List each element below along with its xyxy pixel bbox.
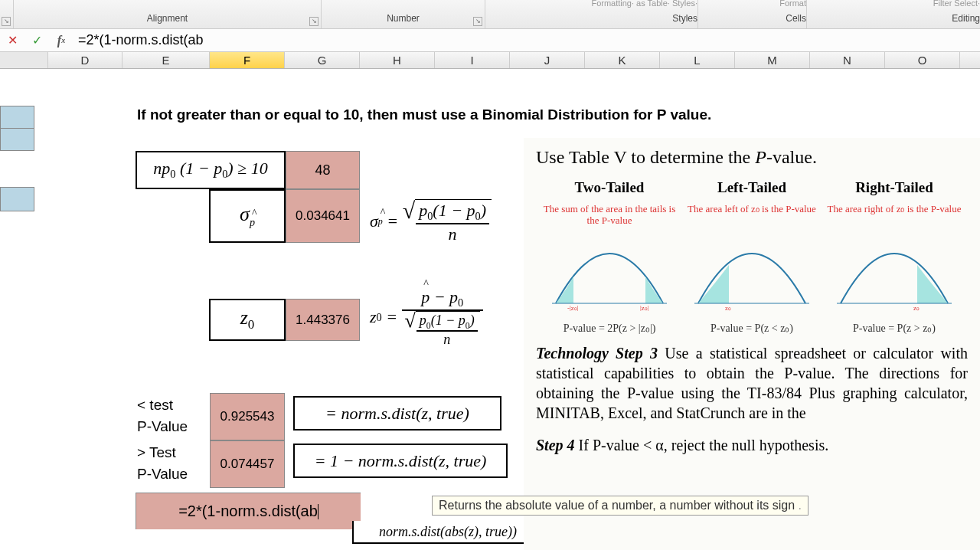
- col-header-O[interactable]: O: [885, 52, 960, 68]
- ribbon-group-font-edge: ↘: [0, 0, 14, 28]
- cancel-icon[interactable]: ✕: [3, 31, 21, 50]
- col-header-D[interactable]: D: [48, 52, 122, 68]
- tech-step3-text: Technology Step 3 Use a statistical spre…: [536, 343, 968, 423]
- svg-text:-|z₀|: -|z₀|: [567, 304, 579, 311]
- dist-desc: The sum of the area in the tails is the …: [541, 204, 678, 228]
- editing-cell-text: =2*(1-norm.s.dist(ab: [178, 503, 318, 520]
- normal-curve-two-tailed: -|z₀||z₀|: [552, 234, 667, 311]
- dist-head-left: Left-Tailed: [683, 178, 821, 198]
- ribbon-sublabel: Formatting· as Table· Styles·: [591, 0, 697, 8]
- np-value-cell[interactable]: 48: [286, 151, 360, 189]
- sigma-value-cell[interactable]: 0.034641: [286, 189, 360, 243]
- column-headers: D E F G H I J K L M N O: [0, 52, 980, 69]
- gt-label1: > Test: [137, 444, 176, 461]
- sigma-formula: σp = √ p0(1 − p0)n: [370, 199, 492, 244]
- dialog-launcher-icon[interactable]: ↘: [473, 17, 482, 26]
- col-header-L[interactable]: L: [660, 52, 735, 68]
- ribbon-group-number[interactable]: Number↘: [322, 0, 485, 28]
- dist-descs: The sum of the area in the tails is the …: [536, 201, 968, 231]
- ribbon-groups: ↘ Alignment↘ Number↘ Formatting· as Tabl…: [0, 0, 980, 29]
- dist-headers: Two-Tailed Left-Tailed Right-Tailed: [536, 178, 968, 198]
- col-header-F[interactable]: F: [210, 52, 285, 68]
- spreadsheet-grid[interactable]: If not greater than or equal to 10, then…: [0, 69, 980, 550]
- p-caption: P-value = P(z > z₀): [825, 322, 963, 336]
- overlay-title: Use Table V to determine the P-value.: [536, 146, 968, 169]
- z0-label-box: z0: [209, 299, 286, 341]
- p-caption: P-value = P(z < z₀): [683, 322, 821, 336]
- ribbon-group-cells[interactable]: FormatCells: [698, 0, 807, 28]
- gt-formula-box: = 1 − norm.s.dist(z, true): [293, 444, 508, 478]
- ribbon-group-alignment[interactable]: Alignment↘: [14, 0, 322, 28]
- formula-input[interactable]: [74, 31, 980, 51]
- ribbon-group-editing[interactable]: Filter Select·Editing: [807, 0, 980, 28]
- col-header-G[interactable]: G: [285, 52, 360, 68]
- lt-label2: P-Value: [137, 418, 188, 435]
- dist-desc: The area left of z₀ is the P-value: [683, 204, 821, 228]
- dialog-launcher-icon[interactable]: ↘: [2, 17, 11, 26]
- cell[interactable]: [0, 128, 34, 151]
- np-formula-box: np0 (1 − p0) ≥ 10: [136, 151, 286, 189]
- ribbon-sublabel: Format: [779, 0, 806, 8]
- svg-text:z₀: z₀: [913, 304, 920, 311]
- step4-text: Step 4 If P-value < α, reject the null h…: [536, 435, 968, 455]
- two-tail-formula-partial: norm.s.dist(abs(z), true)): [352, 521, 544, 544]
- normal-curve-right-tailed: z₀: [837, 234, 952, 311]
- ribbon-group-label: Styles: [672, 13, 697, 24]
- ribbon-group-styles[interactable]: Formatting· as Table· Styles·Styles: [485, 0, 698, 28]
- fx-icon[interactable]: fx: [52, 31, 70, 50]
- ribbon-sublabel: Filter Select·: [933, 0, 980, 8]
- dist-head-two: Two-Tailed: [541, 178, 678, 198]
- dist-desc: The area right of z₀ is the P-value: [825, 204, 963, 228]
- dist-curves: -|z₀||z₀| z₀ z₀: [536, 234, 968, 316]
- col-header-H[interactable]: H: [360, 52, 435, 68]
- lt-formula-box: = norm.s.dist(z, true): [293, 396, 501, 431]
- sigma-label-box: σp: [209, 189, 286, 243]
- col-header-M[interactable]: M: [735, 52, 810, 68]
- z0-formula: z0 = p − p0 √ p0(1 − p0)n: [370, 287, 483, 348]
- p-caption: P-value = 2P(z > |z₀|): [541, 322, 678, 336]
- z0-value-cell[interactable]: 1.443376: [286, 299, 360, 341]
- normal-curve-left-tailed: z₀: [694, 234, 809, 311]
- col-header-J[interactable]: J: [510, 52, 585, 68]
- text-cursor: [318, 504, 318, 519]
- lt-value-cell[interactable]: 0.925543: [210, 393, 285, 440]
- col-header-spacer: [0, 52, 48, 68]
- dist-captions: P-value = 2P(z > |z₀|) P-value = P(z < z…: [536, 319, 968, 336]
- svg-text:|z₀|: |z₀|: [640, 304, 649, 311]
- function-tooltip: Returns the absolute value of a number, …: [432, 496, 808, 516]
- ribbon-group-label: Alignment: [147, 13, 188, 24]
- col-header-N[interactable]: N: [810, 52, 885, 68]
- textbook-overlay: Use Table V to determine the P-value. Tw…: [524, 138, 980, 550]
- cell[interactable]: [0, 187, 34, 211]
- col-header-E[interactable]: E: [122, 52, 210, 68]
- gt-label2: P-Value: [137, 466, 188, 483]
- dist-head-right: Right-Tailed: [825, 178, 963, 198]
- ribbon-group-label: Cells: [786, 13, 806, 24]
- lt-label1: < test: [137, 397, 173, 414]
- editing-cell[interactable]: =2*(1-norm.s.dist(ab: [136, 493, 361, 529]
- enter-icon[interactable]: ✓: [28, 31, 46, 50]
- cell[interactable]: [0, 106, 34, 129]
- col-header-I[interactable]: I: [435, 52, 510, 68]
- formula-bar: ✕ ✓ fx: [0, 29, 980, 52]
- ribbon-group-label: Number: [387, 13, 420, 24]
- col-header-K[interactable]: K: [585, 52, 660, 68]
- blue-cells: [0, 106, 34, 211]
- heading-text: If not greater than or equal to 10, then…: [137, 106, 711, 123]
- gt-value-cell[interactable]: 0.074457: [210, 440, 285, 488]
- dialog-launcher-icon[interactable]: ↘: [309, 17, 318, 26]
- svg-text:z₀: z₀: [725, 304, 731, 311]
- ribbon-group-label: Editing: [952, 13, 980, 24]
